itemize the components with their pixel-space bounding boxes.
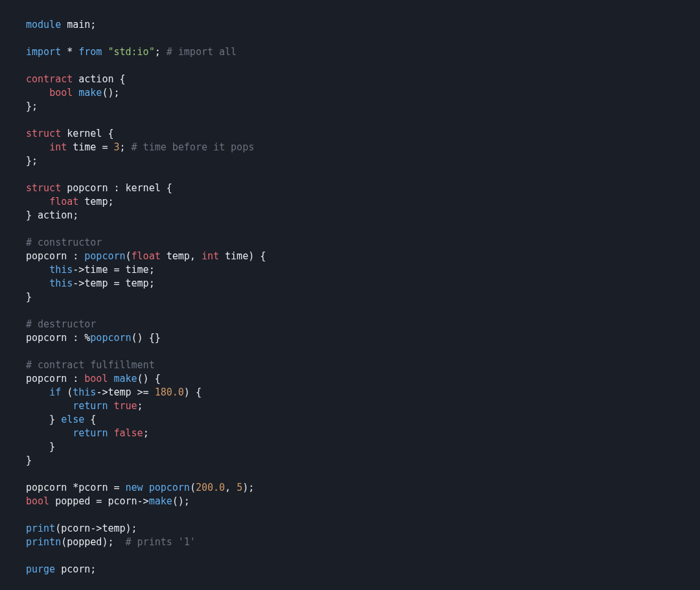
token-dkw: int bbox=[202, 250, 219, 262]
token-kw: this bbox=[49, 264, 73, 276]
token-fn: print bbox=[26, 523, 55, 534]
token-dkw: struct bbox=[26, 128, 61, 139]
token-dkw: float bbox=[132, 250, 161, 262]
token-dkw: struct bbox=[26, 182, 61, 194]
token-fn: make bbox=[149, 495, 172, 507]
token-num: 180.0 bbox=[155, 386, 184, 398]
token-cmt: # constructor bbox=[26, 237, 102, 248]
token-kw: from bbox=[78, 46, 102, 58]
token-kw: import bbox=[26, 46, 61, 58]
token-fn: make bbox=[78, 87, 102, 99]
token-kw: module bbox=[26, 19, 61, 30]
token-fn: popcorn bbox=[149, 482, 190, 493]
token-kw: new bbox=[126, 482, 143, 493]
token-kw: purge bbox=[26, 563, 55, 575]
token-fn: popcorn bbox=[84, 250, 125, 262]
token-dkw: bool bbox=[26, 495, 49, 507]
token-dkw: contract bbox=[26, 73, 73, 85]
token-dkw: bool bbox=[49, 87, 73, 99]
token-kw: return bbox=[73, 427, 108, 439]
token-fn: make bbox=[113, 373, 137, 384]
code-block: module main; import * from "std:io"; # i… bbox=[0, 0, 700, 590]
token-cmt: # import all bbox=[167, 46, 237, 58]
token-kw: this bbox=[73, 386, 96, 398]
token-num: 5 bbox=[237, 482, 242, 493]
token-cmt: # destructor bbox=[26, 318, 96, 330]
token-kw: else bbox=[61, 414, 84, 425]
token-dkw: bool bbox=[84, 373, 108, 384]
token-kw: return bbox=[73, 400, 108, 412]
token-dkw: float bbox=[49, 196, 78, 207]
token-fn: popcorn bbox=[90, 332, 131, 344]
token-cmt: # prints '1' bbox=[126, 536, 196, 548]
token-str: "std:io" bbox=[108, 46, 154, 58]
token-dkw: int bbox=[49, 141, 67, 153]
token-kw: if bbox=[49, 386, 61, 398]
token-fn: printn bbox=[26, 536, 61, 548]
token-bool: true bbox=[113, 400, 137, 412]
token-bool: false bbox=[113, 427, 143, 439]
token-num: 200.0 bbox=[196, 482, 225, 493]
token-kw: this bbox=[49, 277, 73, 289]
token-cmt: # time before it pops bbox=[132, 141, 255, 153]
token-num: 3 bbox=[113, 141, 119, 153]
token-cmt: # contract fulfillment bbox=[26, 359, 155, 371]
